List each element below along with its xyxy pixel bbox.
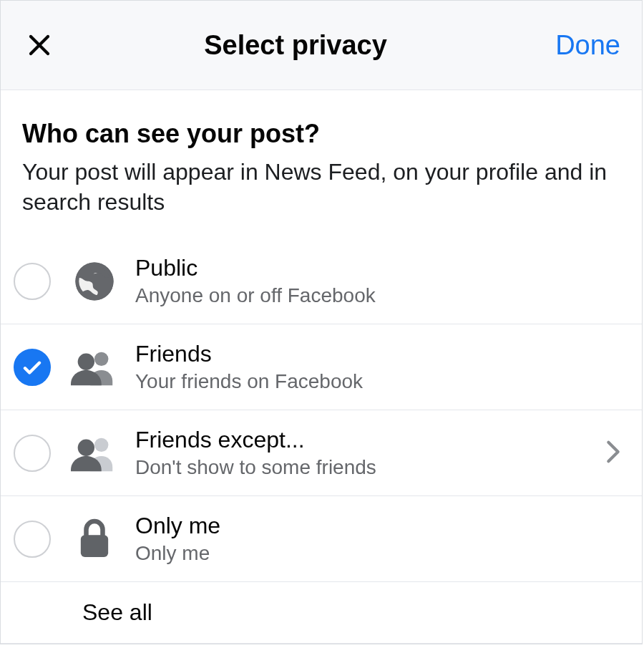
see-all-label: See all — [82, 599, 152, 626]
privacy-option-only-me[interactable]: Only me Only me — [1, 496, 642, 582]
radio-friends-except[interactable] — [14, 435, 51, 472]
sheet-title: Select privacy — [57, 30, 535, 61]
option-subtitle: Don't show to some friends — [135, 455, 599, 480]
option-text: Only me Only me — [135, 513, 620, 566]
done-button[interactable]: Done — [535, 30, 620, 61]
close-icon — [26, 32, 52, 58]
radio-only-me[interactable] — [14, 521, 51, 558]
privacy-selector-sheet: Select privacy Done Who can see your pos… — [0, 0, 643, 644]
close-button[interactable] — [22, 28, 57, 62]
privacy-option-friends[interactable]: Friends Your friends on Facebook — [1, 324, 642, 410]
prompt-block: Who can see your post? Your post will ap… — [1, 90, 642, 238]
see-all-button[interactable]: See all — [1, 582, 642, 644]
prompt-heading: Who can see your post? — [22, 119, 620, 149]
option-title: Public — [135, 255, 620, 281]
option-title: Only me — [135, 513, 620, 539]
option-subtitle: Only me — [135, 541, 620, 566]
option-text: Friends Your friends on Facebook — [135, 341, 620, 394]
lock-icon — [69, 514, 119, 564]
sheet-header: Select privacy Done — [1, 1, 642, 90]
option-subtitle: Anyone on or off Facebook — [135, 283, 620, 308]
sheet-content: Who can see your post? Your post will ap… — [1, 90, 642, 644]
option-title: Friends — [135, 341, 620, 367]
privacy-option-public[interactable]: Public Anyone on or off Facebook — [1, 238, 642, 324]
svg-rect-8 — [81, 535, 108, 557]
svg-point-4 — [94, 352, 108, 365]
friends-except-icon — [69, 428, 119, 478]
svg-point-5 — [78, 353, 94, 369]
option-text: Friends except... Don't show to some fri… — [135, 427, 599, 480]
globe-icon — [69, 256, 119, 306]
option-subtitle: Your friends on Facebook — [135, 369, 620, 394]
option-text: Public Anyone on or off Facebook — [135, 255, 620, 308]
radio-public[interactable] — [14, 263, 51, 300]
privacy-option-friends-except[interactable]: Friends except... Don't show to some fri… — [1, 410, 642, 496]
chevron-right-icon — [606, 440, 620, 467]
prompt-subtext: Your post will appear in News Feed, on y… — [22, 158, 620, 217]
radio-friends[interactable] — [14, 349, 51, 386]
svg-point-7 — [78, 439, 94, 455]
option-title: Friends except... — [135, 427, 599, 453]
svg-point-6 — [94, 437, 108, 451]
friends-icon — [69, 342, 119, 392]
